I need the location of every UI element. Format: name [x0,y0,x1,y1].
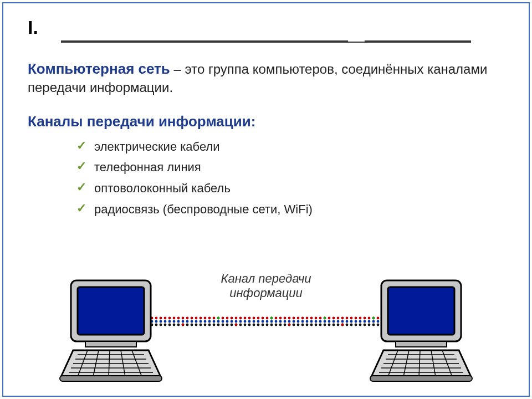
svg-point-60 [168,320,171,323]
svg-point-30 [284,317,287,320]
svg-point-88 [293,320,295,323]
svg-point-149 [332,324,335,326]
definition-term: Компьютерная сеть [28,60,170,77]
svg-point-143 [306,324,309,326]
svg-point-98 [337,320,340,323]
svg-point-150 [337,324,340,326]
svg-point-92 [310,320,313,323]
svg-point-99 [341,320,344,323]
svg-point-75 [235,320,238,323]
svg-point-12 [204,317,207,320]
svg-point-81 [262,320,264,323]
channel-dots-line [150,316,382,327]
svg-point-47 [359,317,362,320]
svg-point-130 [248,324,251,326]
svg-point-87 [288,320,291,323]
svg-point-93 [315,320,318,323]
svg-point-77 [244,320,247,323]
channels-heading: Каналы передачи информации: [28,112,504,131]
list-item: ✓телефонная линия [94,157,504,178]
svg-point-147 [324,324,326,326]
laptop-right-icon [366,277,477,382]
svg-point-138 [284,324,287,326]
svg-point-141 [297,324,300,326]
svg-point-53 [270,317,273,320]
svg-point-102 [355,320,357,323]
svg-point-118 [195,324,198,326]
svg-point-29 [279,317,282,320]
svg-point-145 [315,324,318,326]
svg-point-23 [253,317,255,320]
svg-point-132 [257,324,260,326]
definition-block: Компьютерная сеть – это группа компьютер… [28,59,504,96]
svg-point-14 [213,317,216,320]
svg-point-74 [231,320,233,323]
svg-point-148 [328,324,331,326]
svg-point-63 [182,320,185,323]
svg-point-54 [324,317,326,320]
svg-point-43 [341,317,344,320]
svg-rect-178 [60,376,162,381]
svg-point-17 [226,317,229,320]
svg-point-34 [301,317,304,320]
svg-point-142 [301,324,304,326]
svg-point-83 [270,320,273,323]
svg-point-114 [177,324,180,326]
svg-point-10 [195,317,198,320]
svg-point-22 [248,317,251,320]
svg-point-101 [350,320,353,323]
svg-point-35 [306,317,309,320]
svg-point-7 [182,317,185,320]
svg-point-44 [346,317,349,320]
svg-point-96 [328,320,331,323]
section-number: I. [28,17,504,38]
svg-point-71 [217,320,220,323]
svg-point-65 [191,320,193,323]
check-icon: ✓ [76,137,86,154]
svg-point-163 [341,324,344,326]
svg-point-76 [239,320,242,323]
svg-rect-166 [85,341,136,347]
svg-rect-180 [388,287,454,335]
svg-point-66 [195,320,198,323]
svg-point-137 [279,324,282,326]
svg-point-64 [186,320,189,323]
svg-point-152 [346,324,349,326]
svg-point-135 [270,324,273,326]
svg-point-8 [186,317,189,320]
svg-point-42 [337,317,340,320]
svg-point-153 [350,324,353,326]
svg-point-122 [213,324,216,326]
svg-point-52 [217,317,220,320]
svg-point-21 [244,317,247,320]
svg-point-79 [253,320,255,323]
svg-point-89 [297,320,300,323]
svg-point-6 [177,317,180,320]
svg-point-128 [239,324,242,326]
check-icon: ✓ [76,200,86,217]
list-item: ✓оптоволоконный кабель [94,178,504,199]
svg-point-125 [226,324,229,326]
svg-point-140 [293,324,295,326]
heading-underline [61,39,471,43]
svg-point-100 [346,320,349,323]
diagram: Канал передачи информации [0,255,532,382]
svg-point-133 [262,324,264,326]
svg-point-84 [275,320,278,323]
svg-point-45 [350,317,353,320]
svg-point-9 [191,317,193,320]
svg-point-91 [306,320,309,323]
svg-point-97 [332,320,335,323]
svg-point-78 [248,320,251,323]
svg-point-124 [222,324,224,326]
svg-point-144 [310,324,313,326]
svg-point-155 [359,324,362,326]
slide-content: I. Компьютерная сеть – это группа компью… [0,0,532,231]
svg-point-5 [173,317,176,320]
svg-point-26 [266,317,269,320]
svg-point-28 [275,317,278,320]
svg-point-86 [284,320,287,323]
svg-point-13 [208,317,211,320]
svg-point-82 [266,320,269,323]
svg-point-113 [173,324,176,326]
